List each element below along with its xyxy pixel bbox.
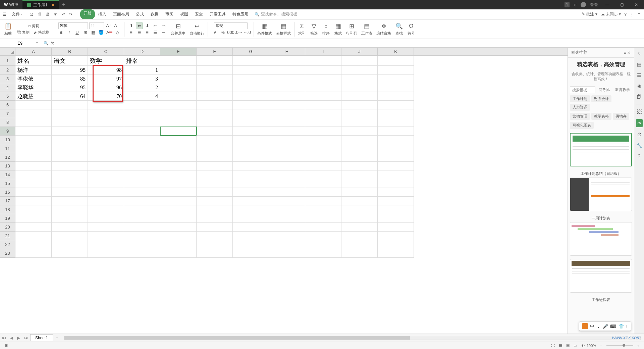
tab-devtools[interactable]: 开发工具 (206, 9, 229, 19)
cut-button[interactable]: ✂ 剪切 (26, 23, 41, 29)
zoom-slider[interactable] (606, 345, 633, 346)
username[interactable]: 普普 (590, 2, 598, 8)
cat-finance[interactable]: 财务会计 (591, 95, 611, 102)
pane-close-icon[interactable]: ✕ (627, 50, 631, 55)
cell-E9-selected[interactable] (160, 127, 197, 136)
tab-security[interactable]: 安全 (192, 9, 206, 19)
strip-select-icon[interactable]: ↖ (636, 50, 643, 57)
cond-format-button[interactable]: ▦条件格式 (255, 21, 274, 37)
align-middle-icon[interactable]: ⬌ (136, 22, 143, 29)
row-3[interactable]: 3 (0, 74, 15, 83)
cat-workplan[interactable]: 工作计划 (570, 95, 590, 102)
strip-clip-icon[interactable]: 🖼 (636, 108, 643, 115)
sheet-nav-first[interactable]: ⏮ (0, 336, 8, 340)
cell-E1[interactable] (160, 56, 197, 66)
strip-perf-badge[interactable]: 65 (636, 119, 643, 127)
document-tab[interactable]: 工作簿1 (22, 0, 59, 9)
strip-attr-icon[interactable]: ☰ (636, 72, 643, 79)
copy-button[interactable]: ⿻ 复制 (16, 29, 31, 36)
row-22[interactable]: 22 (0, 240, 15, 249)
ime-voice-icon[interactable]: 🎤 (603, 324, 608, 329)
pill-business[interactable]: 商务风 (597, 86, 612, 93)
col-J[interactable]: J (341, 48, 378, 55)
ime-keyboard-icon[interactable]: ⌨ (610, 324, 616, 329)
print-icon[interactable]: 🖶 (44, 12, 52, 17)
merge-button[interactable]: ⊟ 合并居中 (169, 21, 187, 37)
rowcol-button[interactable]: ⊞行和列 (344, 21, 359, 37)
sheet-nav-last[interactable]: ⏭ (22, 336, 30, 340)
sogou-ime-icon[interactable] (582, 323, 588, 329)
col-K[interactable]: K (378, 48, 414, 55)
inc-decimal-icon[interactable]: .0→ (235, 29, 242, 36)
saveas-icon[interactable]: 🗐 (36, 12, 44, 17)
distribute-icon[interactable]: ⫤ (160, 29, 167, 36)
align-bottom-icon[interactable]: ⬇ (144, 22, 151, 29)
thousand-icon[interactable]: 000 (227, 29, 234, 36)
close-button[interactable]: ✕ (631, 1, 641, 8)
font-name-input[interactable] (58, 22, 88, 29)
clear-format-icon[interactable]: ◇ (114, 29, 121, 36)
align-left-icon[interactable]: ≡ (128, 29, 135, 36)
row-8[interactable]: 8 (0, 118, 15, 127)
tab-special[interactable]: 特色应用 (229, 9, 252, 19)
add-sheet-button[interactable]: + (53, 336, 61, 340)
preview-icon[interactable]: 👁 (52, 12, 60, 17)
ime-punct-icon[interactable]: ， (596, 323, 601, 329)
tab-data[interactable]: 数据 (147, 9, 162, 19)
template-item-4[interactable] (570, 259, 632, 293)
row-10[interactable]: 10 (0, 136, 15, 144)
align-top-icon[interactable]: ⬆ (128, 22, 135, 29)
cell-B3[interactable]: 85 (52, 74, 88, 83)
bold-icon[interactable]: B (58, 29, 64, 36)
format-button[interactable]: ▦格式 (332, 21, 344, 37)
status-mode-icon[interactable]: ⊞ (3, 343, 10, 348)
cell-B2[interactable]: 95 (52, 66, 88, 74)
col-B[interactable]: B (52, 48, 88, 55)
sync-button[interactable]: ☁ 未同步 ▾ (601, 11, 621, 17)
ime-skin-icon[interactable]: 👕 (619, 324, 624, 329)
font-color-icon[interactable]: A (106, 29, 113, 36)
skin-icon[interactable]: ◇ (574, 2, 577, 7)
pane-menu-icon[interactable]: ≡ (624, 50, 626, 55)
col-E[interactable]: E (160, 48, 197, 55)
paste-button[interactable]: 📋 粘贴 (2, 21, 14, 37)
fill-color-icon[interactable]: 🪣 (98, 29, 105, 36)
filter-button[interactable]: ▽筛选 (308, 21, 320, 37)
col-C[interactable]: C (88, 48, 124, 55)
row-21[interactable]: 21 (0, 232, 15, 240)
redo-icon[interactable]: ↷ (67, 12, 74, 17)
row-4[interactable]: 4 (0, 83, 15, 92)
col-D[interactable]: D (124, 48, 160, 55)
sort-button[interactable]: ↕排序 (320, 21, 332, 37)
name-box[interactable]: E9 (0, 41, 40, 46)
cell-A4[interactable]: 李晓华 (15, 83, 52, 92)
table-style-button[interactable]: ▦表格样式 (274, 21, 293, 37)
sheet-nav-prev[interactable]: ◀ (8, 336, 15, 340)
decrease-font-icon[interactable]: A⁻ (113, 22, 120, 29)
cat-teaching[interactable]: 教学表格 (591, 113, 611, 120)
increase-font-icon[interactable]: A⁺ (105, 22, 112, 29)
col-F[interactable]: F (197, 48, 233, 55)
currency-icon[interactable]: ¥ (211, 29, 218, 36)
strip-analyze-icon[interactable]: ◉ (636, 83, 643, 89)
sheet-tab-1[interactable]: Sheet1 (30, 334, 53, 341)
align-right-icon[interactable]: ≡ (144, 29, 151, 36)
worksheet-button[interactable]: ▤工作表 (359, 21, 374, 37)
symbol-button[interactable]: Ω符号 (405, 21, 417, 37)
template-item-2[interactable]: 工作计划总结（日历版） (570, 170, 632, 211)
cell-A3[interactable]: 李依依 (15, 74, 52, 83)
row-7[interactable]: 7 (0, 109, 15, 118)
row-9[interactable]: 9 (0, 127, 15, 136)
percent-icon[interactable]: % (219, 29, 226, 36)
cell-B5[interactable]: 64 (52, 92, 88, 101)
cell-D1[interactable]: 排名 (124, 56, 160, 66)
strip-speed-icon[interactable]: ⏱ (636, 131, 643, 138)
view-readmode-icon[interactable]: ▭ (572, 343, 579, 348)
view-page-icon[interactable]: ▤ (564, 343, 572, 348)
cell-C4[interactable]: 96 (88, 83, 124, 92)
row-12[interactable]: 12 (0, 153, 15, 162)
font-size-input[interactable] (89, 22, 104, 29)
row-1[interactable]: 1 (0, 56, 15, 66)
cellstyle-icon[interactable]: ▦ (90, 29, 97, 36)
indent-left-icon[interactable]: ⇤ (152, 22, 159, 29)
